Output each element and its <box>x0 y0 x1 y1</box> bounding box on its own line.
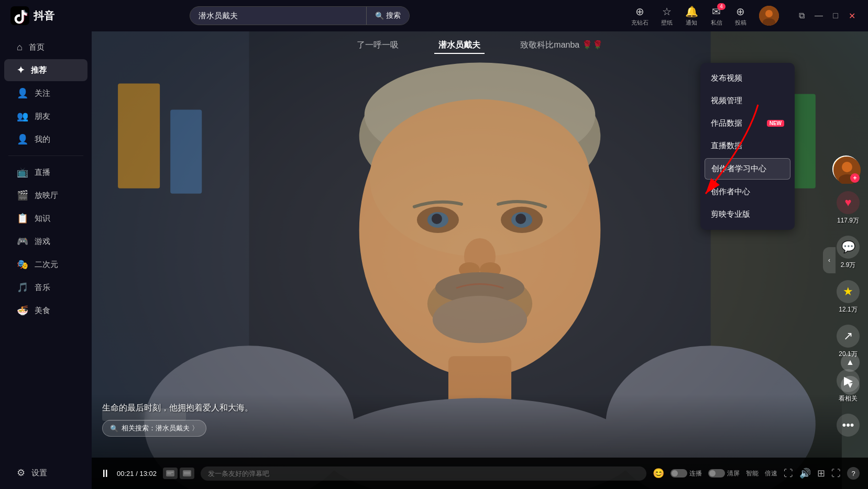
anime-icon: 🎭 <box>17 259 28 270</box>
menu-video-manage[interactable]: 视频管理 <box>700 90 795 112</box>
sidebar-cinema-label: 放映厅 <box>35 191 58 201</box>
lianbo-toggle: 连播 <box>671 469 702 478</box>
sidebar-home-label: 首页 <box>29 42 45 52</box>
friend-icon: 👥 <box>17 110 28 122</box>
message-label: 私信 <box>711 19 722 27</box>
menu-creator-center[interactable]: 创作者中心 <box>700 181 795 203</box>
channel-tab-0[interactable]: 了一呼一吸 <box>353 38 403 54</box>
notify-action[interactable]: 🔔 通知 <box>685 5 698 27</box>
related-search-btn[interactable]: 🔍 相关搜索：潜水员戴夫 〉 <box>102 420 206 437</box>
svg-point-26 <box>433 296 527 343</box>
related-search-text: 相关搜索：潜水员戴夫 〉 <box>122 424 199 433</box>
user-avatar[interactable] <box>759 6 779 26</box>
new-badge: NEW <box>767 120 784 127</box>
svg-point-2 <box>765 10 773 17</box>
sidebar-item-food[interactable]: 🍜 美食 <box>4 299 87 321</box>
recharge-action[interactable]: ⊕ 充钻石 <box>631 5 649 27</box>
next-video-button[interactable]: ▼ <box>841 376 860 395</box>
sidebar-item-live[interactable]: 📺 直播 <box>4 161 87 183</box>
sidebar-item-settings[interactable]: ⚙ 设置 <box>4 462 87 484</box>
sidebar-mine-label: 我的 <box>35 135 50 145</box>
notify-label: 通知 <box>686 19 697 27</box>
more-icon: ••• <box>837 414 860 437</box>
close-button[interactable]: ✕ <box>847 10 858 21</box>
upload-action[interactable]: ⊕ 投稿 <box>735 5 746 27</box>
menu-creator-learn[interactable]: 创作者学习中心 <box>705 158 790 180</box>
sidebar-item-music[interactable]: 🎵 音乐 <box>4 276 87 298</box>
message-action[interactable]: ✉ 4 私信 <box>711 5 722 27</box>
search-mini-icon: 🔍 <box>110 425 118 432</box>
menu-live-data[interactable]: 直播数据 <box>700 135 795 157</box>
wallpaper-action[interactable]: ☆ 壁纸 <box>661 5 673 27</box>
recommend-icon: ✦ <box>17 64 25 76</box>
follow-plus-icon[interactable]: + <box>850 173 860 183</box>
sidebar-item-anime[interactable]: 🎭 二次元 <box>4 253 87 275</box>
knowledge-icon: 📋 <box>17 213 28 224</box>
sidebar-item-game[interactable]: 🎮 游戏 <box>4 230 87 252</box>
play-pause-button[interactable]: ⏸ <box>100 468 111 480</box>
danmaku-icon-2[interactable] <box>180 468 194 479</box>
sidebar-item-home[interactable]: ⌂ 首页 <box>4 37 87 58</box>
crop-icon[interactable]: ⊞ <box>817 468 825 479</box>
sidebar-bottom: ⚙ 设置 <box>0 462 92 484</box>
collapse-panel-button[interactable]: ‹ <box>823 247 836 273</box>
video-controls: ⏸ 00:21 / 13:02 😊 <box>92 458 868 489</box>
menu-creator-learn-label: 创作者学习中心 <box>711 164 766 174</box>
sidebar-item-mine[interactable]: 👤 我的 <box>4 128 87 150</box>
tiktok-icon <box>10 6 29 25</box>
emoji-button[interactable]: 😊 <box>653 468 664 479</box>
help-button[interactable]: ? <box>847 467 860 480</box>
lianbo-toggle-switch[interactable] <box>671 469 687 477</box>
prev-video-button[interactable]: ▲ <box>841 353 860 372</box>
comment-icon: 💬 <box>837 236 860 259</box>
cinema-icon: 🎬 <box>17 190 28 201</box>
sidebar-item-friend[interactable]: 👥 朋友 <box>4 105 87 127</box>
search-button[interactable]: 🔍 搜索 <box>366 7 409 25</box>
channel-tab-2[interactable]: 致敬科比manba 🌹🌹 <box>516 38 607 54</box>
menu-publish-label: 发布视频 <box>711 73 742 83</box>
sidebar-friend-label: 朋友 <box>35 112 50 121</box>
more-button[interactable]: ••• <box>837 414 860 437</box>
danmaku-input[interactable] <box>201 466 646 481</box>
like-button[interactable]: ♥ 117.9万 <box>837 191 860 225</box>
home-icon: ⌂ <box>17 42 23 53</box>
qingping-toggle-switch[interactable] <box>708 469 725 477</box>
sidebar-item-knowledge[interactable]: 📋 知识 <box>4 207 87 229</box>
menu-publish-video[interactable]: 发布视频 <box>700 67 795 90</box>
menu-work-data[interactable]: 作品数据 NEW <box>700 112 795 135</box>
upload-label: 投稿 <box>735 19 746 27</box>
fullscreen-icon[interactable]: ⛶ <box>831 468 841 479</box>
menu-jianying[interactable]: 剪映专业版 <box>700 203 795 226</box>
sidebar-item-follow[interactable]: 👤 关注 <box>4 82 87 104</box>
game-icon: 🎮 <box>17 236 28 247</box>
search-label: 搜索 <box>386 11 401 20</box>
beisu-btn[interactable]: 倍速 <box>765 469 777 478</box>
star-icon: ★ <box>837 280 860 303</box>
sidebar-follow-label: 关注 <box>35 88 50 98</box>
search-icon: 🔍 <box>375 12 384 20</box>
logo-area[interactable]: 抖音 <box>10 6 73 25</box>
maximize-button[interactable]: □ <box>830 10 841 21</box>
message-badge: 4 <box>717 3 726 10</box>
restore-button[interactable]: ⧉ <box>797 10 807 21</box>
subtitle-text: 生命的最后时刻，他拥抱着爱人和大海。 <box>102 403 831 414</box>
sidebar-item-recommend[interactable]: ✦ 推荐 <box>4 59 87 81</box>
zhinneng-btn[interactable]: 智能 <box>746 469 759 478</box>
search-input[interactable] <box>190 7 366 25</box>
content-area: 了一呼一吸 潜水员戴夫 致敬科比manba 🌹🌹 生命的最后时刻，他拥抱着爱人和… <box>92 31 868 489</box>
comment-button[interactable]: 💬 2.9万 <box>837 236 860 270</box>
sidebar-anime-label: 二次元 <box>35 260 58 270</box>
star-button[interactable]: ★ 12.1万 <box>837 280 860 314</box>
total-time: 13:02 <box>139 470 157 477</box>
share-icon: ↗ <box>837 325 860 348</box>
danmaku-icon-1[interactable] <box>163 468 178 479</box>
sidebar-item-cinema[interactable]: 🎬 放映厅 <box>4 184 87 206</box>
app-name: 抖音 <box>34 9 54 23</box>
channel-tab-1[interactable]: 潜水员戴夫 <box>434 38 485 54</box>
volume-icon[interactable]: 🔊 <box>799 468 811 479</box>
minimize-button[interactable]: — <box>814 10 824 21</box>
pip-icon[interactable]: ⛶ <box>784 468 793 479</box>
svg-rect-37 <box>183 470 191 476</box>
live-icon: 📺 <box>17 166 28 178</box>
creator-avatar-area[interactable]: + <box>832 155 860 183</box>
